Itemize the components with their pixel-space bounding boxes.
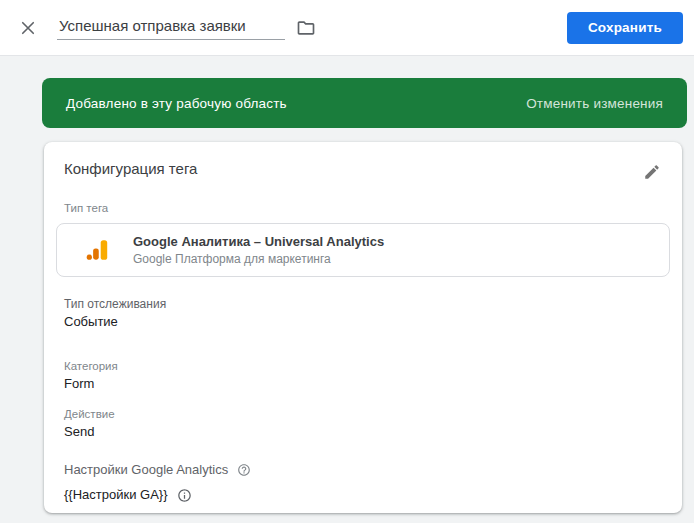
google-analytics-icon bbox=[85, 237, 111, 263]
folder-icon[interactable] bbox=[293, 15, 319, 41]
card-title: Конфигурация тега bbox=[64, 160, 197, 178]
close-icon[interactable] bbox=[16, 16, 40, 40]
tag-type-row[interactable]: Google Аналитика – Universal Analytics G… bbox=[56, 223, 670, 277]
category-field: Категория Form bbox=[64, 360, 662, 392]
action-label: Действие bbox=[64, 408, 662, 421]
workspace-content: Добавлено в эту рабочую область Отменить… bbox=[0, 56, 694, 523]
help-icon[interactable] bbox=[237, 463, 251, 477]
ga-settings-value-row: {{Настройки GA}} bbox=[64, 487, 662, 503]
edit-pencil-icon[interactable] bbox=[642, 162, 662, 182]
folder-icon-glyph bbox=[296, 18, 316, 38]
save-button[interactable]: Сохранить bbox=[567, 12, 683, 44]
track-type-field: Тип отслеживания Событие bbox=[64, 297, 662, 330]
action-value: Send bbox=[64, 424, 662, 440]
info-icon[interactable] bbox=[177, 488, 192, 503]
tag-type-name: Google Аналитика – Universal Analytics bbox=[133, 234, 384, 249]
action-field: Действие Send bbox=[64, 408, 662, 440]
category-value: Form bbox=[64, 376, 662, 392]
track-type-label: Тип отслеживания bbox=[64, 297, 662, 311]
undo-changes-button[interactable]: Отменить изменения bbox=[526, 96, 663, 111]
card-header: Конфигурация тега bbox=[64, 160, 662, 182]
edit-pencil-glyph bbox=[643, 163, 661, 181]
track-type-value: Событие bbox=[64, 314, 662, 330]
banner-message: Добавлено в эту рабочую область bbox=[66, 96, 287, 111]
workspace-status-banner: Добавлено в эту рабочую область Отменить… bbox=[42, 78, 687, 128]
tag-type-text: Google Аналитика – Universal Analytics G… bbox=[133, 234, 384, 266]
tag-type-vendor: Google Платформа для маркетинга bbox=[133, 252, 384, 266]
ga-settings-label-row: Настройки Google Analytics bbox=[64, 462, 662, 478]
tag-configuration-card: Конфигурация тега Тип тега Google Аналит… bbox=[44, 142, 682, 513]
tag-type-label: Тип тега bbox=[64, 202, 662, 215]
category-label: Категория bbox=[64, 360, 662, 373]
header-bar: Сохранить bbox=[0, 0, 694, 56]
ga-settings-value: {{Настройки GA}} bbox=[64, 487, 168, 503]
close-icon-glyph bbox=[19, 19, 37, 37]
ga-settings-label: Настройки Google Analytics bbox=[64, 462, 228, 478]
tag-name-input[interactable] bbox=[57, 15, 285, 40]
